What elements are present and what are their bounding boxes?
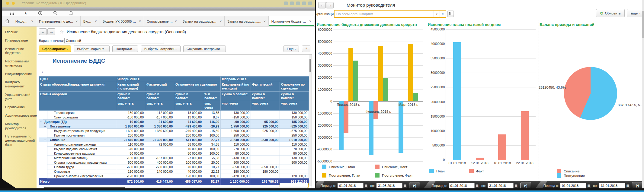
calendar-icon[interactable]: ▦ [625, 183, 630, 188]
tab-close-icon[interactable]: × [219, 19, 222, 24]
search-icon[interactable] [53, 11, 59, 16]
table-row[interactable]: Оплата труда-650 000,00-580 000,0070 000… [39, 165, 312, 169]
table-row[interactable]: Материальная помощь-130 000,00-137 000,0… [39, 156, 312, 160]
table-row[interactable]: Выручка от реализации продукции1 600 000… [39, 128, 312, 133]
tab-close-icon[interactable]: × [31, 19, 33, 24]
bar-Поступление, План[interactable] [408, 44, 413, 101]
more-button[interactable]: Еще▾ [627, 9, 644, 17]
table-row[interactable]: Командировочные расходы-80 000,0080 000,… [39, 151, 312, 156]
total-row[interactable]: Итого-872 500,00-416 443,00456 057,0052,… [39, 178, 312, 185]
calendar-icon[interactable]: ▦ [513, 183, 518, 188]
generate-button[interactable]: Сформировать [39, 46, 71, 52]
tab-active[interactable]: Исполнение бюджета движени...× [269, 16, 314, 26]
bar-12.01.2018[interactable] [476, 158, 484, 160]
tab-close-icon[interactable]: × [75, 19, 78, 24]
period-to-input[interactable]: 31.03.2018▦ [376, 183, 407, 189]
sidebar-item[interactable]: Справочники [5, 105, 35, 109]
home-icon[interactable] [5, 19, 10, 24]
sidebar-item[interactable]: Бюджетирование [5, 72, 35, 76]
period-from-input[interactable]: 01.01.2018▦ [449, 183, 479, 189]
sidebar-item[interactable]: Администрирование [5, 114, 35, 118]
tab-close-icon[interactable]: × [139, 19, 141, 24]
tree-collapse-icon[interactable]: − [43, 137, 47, 142]
scrollbar-thumb[interactable] [642, 11, 644, 38]
back-button[interactable]: ← [318, 2, 326, 8]
select-settings-button[interactable]: Выбрать настройки... [141, 46, 181, 52]
bar-Поступление, План[interactable] [378, 46, 383, 102]
sidebar-item[interactable]: Главное [5, 30, 35, 34]
tab[interactable]: Согласование объектов× [144, 16, 180, 26]
period-from-input[interactable]: 01.01.2018▦ [338, 183, 368, 189]
select-variant-button[interactable]: Выбрать вариант... [74, 46, 110, 52]
favorite-star-icon[interactable]: ☆ [59, 29, 64, 35]
sidebar-item[interactable]: Настраиваемая отчетность [5, 59, 35, 68]
tab-close-icon[interactable]: × [175, 19, 177, 24]
bar-22.01.2018[interactable] [521, 111, 529, 160]
table-row[interactable]: −Дирекция (ТД)10 000,0021 600,0011 600,0… [39, 119, 312, 124]
tab-close-icon[interactable]: × [95, 19, 97, 24]
tree-collapse-icon[interactable]: − [39, 119, 43, 124]
forward-button[interactable]: → [47, 28, 55, 35]
help-button[interactable]: ? [302, 46, 310, 52]
organization-combobox[interactable]: По всем организациям ▾ × [334, 10, 446, 18]
favorites-star-icon[interactable]: ★ [23, 11, 28, 16]
bar-Поступление, Факт[interactable] [353, 61, 358, 101]
bar-Поступление, Факт[interactable] [413, 93, 418, 102]
tree-collapse-icon[interactable]: − [43, 124, 47, 128]
bar-01.01.2018[interactable] [453, 42, 461, 160]
expand-plus-icon[interactable]: + [41, 71, 44, 74]
calendar-icon[interactable]: ▦ [363, 183, 368, 188]
back-button[interactable]: ← [39, 28, 47, 35]
tab[interactable]: Бюджет УК-000005 от 01.01.2...× [100, 16, 144, 26]
notifications-bell-icon[interactable] [69, 11, 74, 16]
tab[interactable]: Заявки на расходование дене...× [180, 16, 225, 26]
scrollbar-thumb[interactable] [309, 59, 311, 72]
refresh-button[interactable]: ↻Обновить [596, 9, 625, 17]
bar-Поступление, Факт[interactable] [383, 78, 388, 101]
period-to-input[interactable]: 31.01.2018▦ [488, 183, 518, 189]
calendar-icon[interactable]: ▦ [474, 183, 479, 188]
tab[interactable]: Бюджеты× [81, 16, 100, 26]
clear-icon[interactable]: × [440, 11, 446, 17]
pie-chart[interactable] [564, 67, 617, 120]
sidebar-item[interactable]: Монитор руководителя [5, 122, 35, 131]
period-to-input[interactable]: 31.01.2018▦ [599, 183, 630, 189]
choose-from-list-button[interactable] [447, 11, 454, 17]
sidebar-item[interactable]: Управленческий учет [5, 93, 35, 101]
chevron-down-icon[interactable]: ▾ [434, 11, 440, 17]
forward-button[interactable]: → [326, 2, 334, 8]
tab[interactable]: Путеводитель по демонстрац...× [36, 16, 81, 26]
bar-18.01.2018[interactable] [498, 134, 506, 160]
bar-Списание, План[interactable] [399, 101, 403, 153]
variant-input[interactable] [64, 38, 164, 43]
table-row[interactable]: Прочие поступления250 000,00-250 000,00-… [39, 133, 312, 137]
bar-Списание, План[interactable] [369, 101, 373, 155]
service-menu-icon[interactable] [10, 11, 15, 16]
tab[interactable]: Заявка на расход ... УК-000009× [225, 16, 268, 26]
bar-Списание, План[interactable] [339, 101, 344, 150]
scrollbar-vertical[interactable] [642, 0, 644, 192]
table-row[interactable]: Административные расходы-110 000,00-72 0… [39, 142, 312, 146]
table-row[interactable]: Теплоэнергия-130 000,00-112 000,0018 000… [39, 110, 312, 115]
more-button[interactable]: Еще ▾ [284, 46, 299, 52]
table-row[interactable]: Прочие выплаты и перечисления-120 000,00… [39, 174, 312, 178]
bar-Поступление, План[interactable] [348, 48, 353, 102]
sidebar-item[interactable]: Путеводитель по демонстрационной базе [5, 134, 35, 147]
sidebar-item[interactable]: Контракт-менеджмент [5, 80, 35, 89]
period-from-input[interactable]: 01.01.2018▦ [560, 183, 591, 189]
calendar-icon[interactable]: ▦ [586, 183, 591, 188]
sidebar-item[interactable]: Исполнение бюджетов [5, 47, 35, 55]
history-clock-icon[interactable] [38, 11, 43, 16]
calendar-icon[interactable]: ▦ [402, 183, 407, 188]
table-row[interactable]: Оплата поставщикам, подрядчикам-500 000,… [39, 160, 312, 165]
tab-close-icon[interactable]: × [309, 19, 311, 24]
table-row[interactable]: −Списание-1 840 000,00-1 329 000,00511 0… [39, 137, 312, 142]
tab-close-icon[interactable]: × [264, 19, 266, 24]
table-row[interactable]: Электроэнергия-150 000,00-137 000,0013 0… [39, 115, 312, 119]
table-row[interactable]: −Поступление1 850 000,001 350 600,00-499… [39, 124, 312, 128]
settings-button[interactable]: Настройки... [112, 46, 138, 52]
tab[interactable]: Информация× [13, 16, 36, 26]
save-settings-button[interactable]: Сохранить настройки... [183, 46, 226, 52]
scrollbar-vertical[interactable] [309, 55, 312, 186]
sidebar-item[interactable]: Планирование [5, 39, 35, 43]
